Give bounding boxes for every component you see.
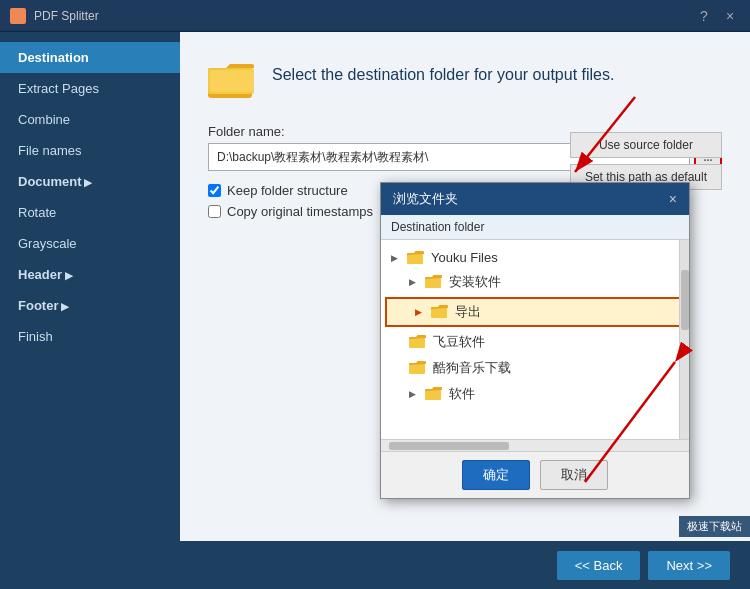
sidebar: Destination Extract Pages Combine File n… (0, 32, 180, 589)
tree-item-feedog[interactable]: 飞豆软件 (381, 329, 689, 355)
svg-rect-10 (409, 338, 425, 348)
folder-icon-software (425, 387, 443, 401)
content-area: Select the destination folder for your o… (180, 32, 750, 589)
file-browser-dialog: 浏览文件夹 × Destination folder ▶ Youku Files (380, 182, 690, 499)
window-controls: ? × (694, 6, 740, 26)
sidebar-item-header[interactable]: Header (0, 259, 180, 290)
dialog-confirm-button[interactable]: 确定 (462, 460, 530, 490)
tree-scrollbar-v[interactable] (679, 240, 689, 439)
copy-timestamps-label: Copy original timestamps (227, 204, 373, 219)
tree-item-label-youku: Youku Files (431, 250, 498, 265)
expand-arrow-export: ▶ (415, 307, 429, 317)
tree-item-label-export: 导出 (455, 303, 481, 321)
svg-rect-7 (407, 254, 423, 264)
sidebar-item-footer[interactable]: Footer (0, 290, 180, 321)
folder-icon-kugou (409, 361, 427, 375)
app-title: PDF Splitter (34, 9, 99, 23)
folder-icon-large (208, 56, 256, 104)
tree-item-label-software: 软件 (449, 385, 475, 403)
dialog-subtitle: Destination folder (381, 215, 689, 240)
sidebar-item-rotate[interactable]: Rotate (0, 197, 180, 228)
content-title: Select the destination folder for your o… (272, 56, 614, 86)
back-button[interactable]: << Back (557, 551, 641, 580)
tree-item-export[interactable]: ▶ 导出 (385, 297, 685, 327)
tree-item-install[interactable]: ▶ 安装软件 (381, 269, 689, 295)
close-button[interactable]: × (720, 6, 740, 26)
expand-arrow-install: ▶ (409, 277, 423, 287)
watermark: 极速下载站 (679, 516, 750, 537)
app-icon (10, 8, 26, 24)
tree-item-youku[interactable]: ▶ Youku Files (381, 246, 689, 269)
next-button[interactable]: Next >> (648, 551, 730, 580)
dialog-footer: 确定 取消 (381, 452, 689, 498)
folder-icon-feedog (409, 335, 427, 349)
sidebar-item-destination[interactable]: Destination (0, 42, 180, 73)
main-container: Destination Extract Pages Combine File n… (0, 32, 750, 589)
dialog-hscrollbar-thumb (389, 442, 509, 450)
copy-timestamps-checkbox[interactable] (208, 205, 221, 218)
content-header: Select the destination folder for your o… (208, 56, 722, 104)
use-source-button[interactable]: Use source folder (570, 132, 722, 158)
svg-rect-12 (425, 390, 441, 400)
svg-rect-11 (409, 364, 425, 374)
folder-icon-install (425, 275, 443, 289)
folder-icon-youku (407, 251, 425, 265)
sidebar-item-finish[interactable]: Finish (0, 321, 180, 352)
title-bar: PDF Splitter ? × (0, 0, 750, 32)
tree-item-kugou[interactable]: 酷狗音乐下载 (381, 355, 689, 381)
folder-icon-export (431, 305, 449, 319)
tree-item-software[interactable]: ▶ 软件 (381, 381, 689, 407)
dialog-hscrollbar[interactable] (381, 440, 689, 452)
tree-item-label-install: 安装软件 (449, 273, 501, 291)
sidebar-item-combine[interactable]: Combine (0, 104, 180, 135)
keep-folder-checkbox[interactable] (208, 184, 221, 197)
expand-arrow: ▶ (391, 253, 405, 263)
svg-rect-4 (210, 70, 252, 92)
tree-item-label-kugou: 酷狗音乐下载 (433, 359, 511, 377)
sidebar-item-grayscale[interactable]: Grayscale (0, 228, 180, 259)
tree-scrollbar-thumb (681, 270, 689, 330)
file-tree[interactable]: ▶ Youku Files ▶ 安装软件 (381, 240, 689, 440)
sidebar-item-extract-pages[interactable]: Extract Pages (0, 73, 180, 104)
dialog-cancel-button[interactable]: 取消 (540, 460, 608, 490)
bottom-bar: << Back Next >> (180, 541, 750, 589)
svg-rect-8 (425, 278, 441, 288)
dialog-title-bar: 浏览文件夹 × (381, 183, 689, 215)
dialog-close-button[interactable]: × (669, 191, 677, 207)
sidebar-item-file-names[interactable]: File names (0, 135, 180, 166)
expand-arrow-software: ▶ (409, 389, 423, 399)
svg-rect-9 (431, 308, 447, 318)
dialog-title-text: 浏览文件夹 (393, 190, 458, 208)
help-button[interactable]: ? (694, 6, 714, 26)
keep-folder-label: Keep folder structure (227, 183, 348, 198)
sidebar-item-document[interactable]: Document (0, 166, 180, 197)
tree-item-label-feedog: 飞豆软件 (433, 333, 485, 351)
